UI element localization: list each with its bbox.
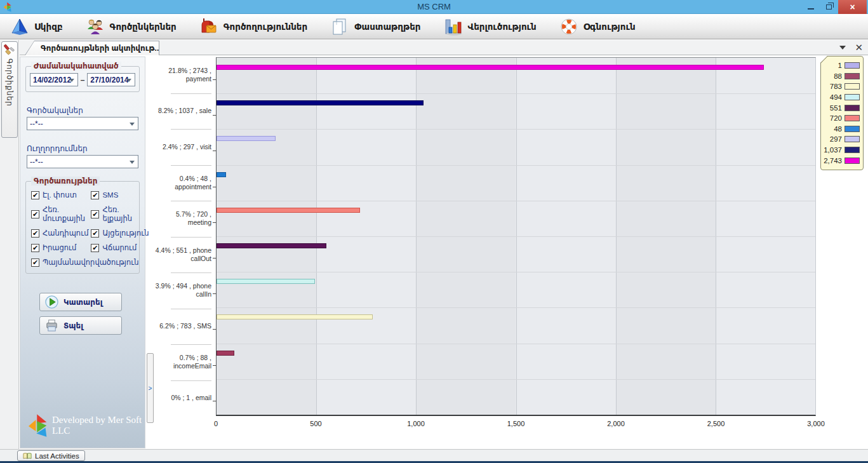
toolbar-button-start[interactable]: Սկիզբ <box>8 16 65 37</box>
agents-select[interactable]: --*-- <box>27 117 138 130</box>
toolbar-button-help[interactable]: Օգնություն <box>557 16 638 37</box>
status-tab-label: Last Activities <box>35 452 79 460</box>
help-lifebuoy-icon <box>559 17 578 36</box>
x-axis-tick-label: 500 <box>310 420 321 427</box>
legend-swatch <box>845 105 860 111</box>
legend-value: 551 <box>830 104 842 112</box>
book-icon <box>23 452 32 460</box>
checkbox-box[interactable]: ✔ <box>31 244 39 252</box>
bar-sms <box>217 314 373 319</box>
legend-entry: 720 <box>823 113 860 124</box>
activity-checkbox[interactable]: ✔SMS <box>91 191 149 199</box>
referrals-label: Ուղղորդումներ <box>27 144 138 153</box>
checkbox-box[interactable]: ✔ <box>91 210 99 218</box>
row-gridline <box>217 379 815 380</box>
activity-checkbox[interactable]: ✔Էլ. փոստ <box>31 191 88 199</box>
checkbox-box[interactable]: ✔ <box>91 229 99 238</box>
last-activities-tab[interactable]: Last Activities <box>17 450 85 461</box>
toolbar-label: Փաստաթղթեր <box>354 22 420 32</box>
autohide-strip: Գործիքներ <box>0 40 19 449</box>
minimize-button[interactable] <box>801 0 820 14</box>
y-axis-tick <box>213 258 217 258</box>
toolbar-button-analysis[interactable]: Վերլուծություն <box>441 16 539 37</box>
x-axis-tick-label: 2,500 <box>707 420 725 427</box>
legend-value: 48 <box>834 125 842 133</box>
document-tabstrip: Գործառույթների ակտիվութ... ✕ <box>20 40 868 55</box>
checkbox-label: Այցելություն <box>102 229 149 238</box>
tab-close-icon[interactable]: ✕ <box>855 43 863 52</box>
legend-entry: 297 <box>823 134 860 145</box>
start-pyramid-icon <box>10 17 29 36</box>
toolbar-button-actions[interactable]: Գործողություններ <box>197 16 310 37</box>
x-axis-tick-label: 3,000 <box>807 420 825 427</box>
execute-button[interactable]: Կատարել <box>39 293 122 311</box>
print-button[interactable]: Տպել <box>39 316 122 335</box>
actions-mailbox-icon <box>199 17 218 36</box>
y-axis-tick <box>213 329 217 330</box>
toolbar-label: Սկիզբ <box>34 22 63 32</box>
checkbox-box[interactable]: ✔ <box>31 191 39 199</box>
referrals-select[interactable]: --*-- <box>27 155 138 168</box>
legend-value: 494 <box>830 93 842 101</box>
legend-value: 88 <box>834 72 842 80</box>
legend-value: 297 <box>830 135 842 143</box>
legend-value: 783 <box>830 83 842 90</box>
maximize-button[interactable] <box>820 0 838 14</box>
close-icon: × <box>850 1 855 13</box>
close-button[interactable]: × <box>838 0 867 14</box>
tab-list-dropdown-icon[interactable] <box>839 46 846 50</box>
printer-icon <box>45 319 58 332</box>
x-axis-tick-label: 1,500 <box>507 420 525 427</box>
sidebar-tab-tools[interactable]: Գործիքներ <box>1 41 18 138</box>
chevron-down-icon <box>130 161 135 164</box>
legend-swatch <box>845 126 860 132</box>
y-axis-tick <box>213 365 217 366</box>
partners-people-icon <box>86 17 105 36</box>
checkbox-label: Հեռ. մուտքային <box>43 205 88 223</box>
legend-swatch <box>845 136 860 142</box>
checkbox-box[interactable]: ✔ <box>91 191 99 199</box>
checkbox-box[interactable]: ✔ <box>31 210 39 218</box>
activity-checkbox[interactable]: ✔Պայմանավորվածություն <box>31 258 149 267</box>
toolbar-button-partners[interactable]: Գործընկերներ <box>83 16 179 37</box>
checkbox-box[interactable]: ✔ <box>91 244 99 252</box>
referrals-value: --*-- <box>30 158 43 166</box>
plot-area <box>216 57 816 416</box>
legend-swatch <box>845 73 860 79</box>
date-to-select[interactable]: 27/10/2014 <box>87 73 135 86</box>
row-gridline <box>217 201 815 201</box>
y-axis-tick <box>213 293 217 294</box>
activity-checkbox[interactable]: ✔Վճարում <box>91 243 149 252</box>
documents-icon <box>330 17 349 36</box>
checkbox-box[interactable]: ✔ <box>31 258 39 267</box>
checkbox-label: Իրացում <box>43 243 76 252</box>
category-label: 6.2% ; 783 , SMS <box>152 309 211 345</box>
x-axis-tick-label: 0 <box>214 420 218 427</box>
legend-value: 1,037 <box>824 146 842 154</box>
legend-entry: 48 <box>823 124 860 135</box>
activities-groupbox: Գործառույթներ ✔Էլ. փոստ✔SMS✔Հեռ. մուտքայ… <box>25 181 140 274</box>
main-toolbar: Սկիզբ Գործընկերներ <box>0 14 868 39</box>
checkbox-box[interactable]: ✔ <box>31 229 39 238</box>
activity-checkbox[interactable]: ✔Հեռ. մուտքային <box>31 205 88 223</box>
chart-x-axis-labels: 05001,0001,5002,0002,5003,000 <box>216 420 816 429</box>
activity-checkbox[interactable]: ✔Հանդիպում <box>31 229 88 238</box>
legend-swatch <box>845 147 860 153</box>
bar-phone-callin <box>217 279 315 284</box>
legend-entry: 494 <box>823 92 860 103</box>
activity-checkbox[interactable]: ✔Հեռ. ելքային <box>91 205 149 223</box>
tools-icon <box>4 44 15 55</box>
toolbar-button-documents[interactable]: Փաստաթղթեր <box>328 16 423 37</box>
expand-chevron-icon: > <box>149 385 152 392</box>
activity-checkbox[interactable]: ✔Իրացում <box>31 243 88 252</box>
bar-phone-callout <box>217 243 326 248</box>
period-title: Ժամանակահատված <box>31 62 121 70</box>
category-label: 0.7% ; 88 , incomeEmail <box>152 344 211 380</box>
tab-activities-report[interactable]: Գործառույթների ակտիվութ... <box>25 41 159 55</box>
date-from-select[interactable]: 14/02/2012 <box>30 73 78 86</box>
activity-checkbox[interactable]: ✔Այցելություն <box>91 229 149 238</box>
checkbox-label: Վճարում <box>102 243 137 252</box>
activities-title: Գործառույթներ <box>31 177 100 185</box>
legend-swatch <box>845 115 860 121</box>
play-icon <box>45 295 58 309</box>
